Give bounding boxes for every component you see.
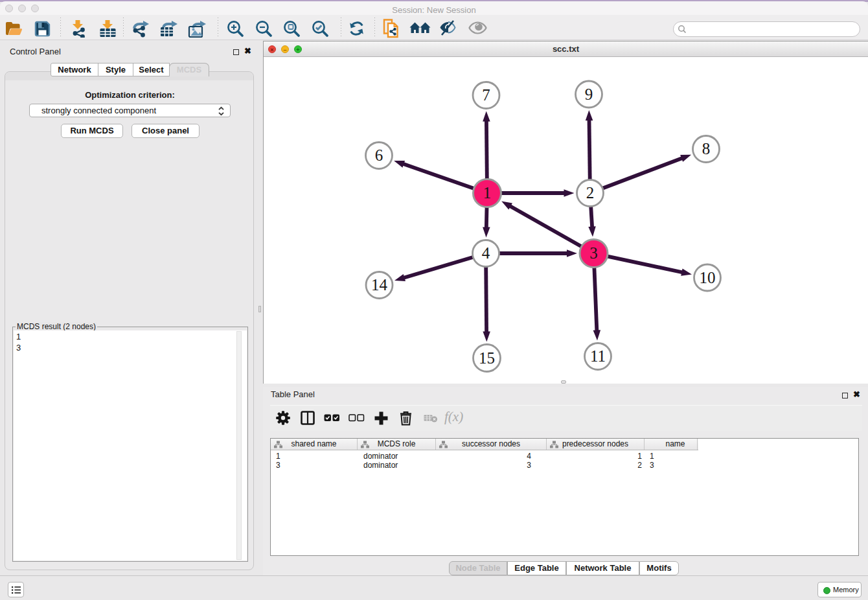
svg-text:4: 4 [482,244,490,262]
svg-text:6: 6 [375,146,383,164]
svg-text:2: 2 [586,184,595,202]
svg-text:11: 11 [590,347,606,365]
svg-text:15: 15 [479,349,495,367]
svg-text:9: 9 [585,86,593,103]
svg-text:7: 7 [482,86,490,104]
svg-text:10: 10 [700,269,716,286]
svg-text:3: 3 [589,244,598,262]
svg-text:1: 1 [483,184,492,202]
svg-text:14: 14 [371,276,388,294]
svg-text:8: 8 [702,140,711,157]
